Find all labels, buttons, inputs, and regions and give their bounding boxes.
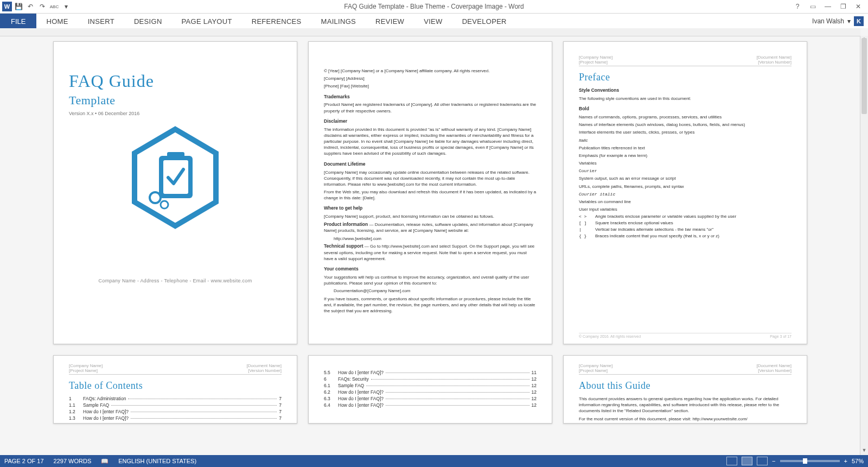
undo-icon[interactable]: ↶ <box>25 1 36 12</box>
ribbon-display-icon[interactable]: ▭ <box>806 1 819 12</box>
qat-more-icon[interactable]: ▾ <box>61 1 72 12</box>
text-comments-1: Your suggestions will help us continue t… <box>324 274 537 286</box>
tab-review[interactable]: REVIEW <box>366 14 414 29</box>
text-lifetime-1: [Company Name] may occasionally update o… <box>324 169 537 188</box>
company-contact: [Phone] [Fax] [Website] <box>324 83 537 89</box>
page-toc[interactable]: [Company Name][Project Name] [Document N… <box>53 355 297 424</box>
user-caret-icon: ▾ <box>847 17 851 25</box>
conv-courier-2: URLs, complete paths, filenames, prompts… <box>579 184 792 190</box>
conv-bold-2: Names of interface elements (such window… <box>579 122 792 128</box>
word-app-icon[interactable]: W <box>2 2 12 11</box>
company-info-line: Company Name - Address - Telephone - Ema… <box>69 278 282 283</box>
tab-mailings[interactable]: MAILINGS <box>311 14 366 29</box>
toc-row: 5.5How do I [enter FAQ]?11 <box>324 370 537 375</box>
svg-rect-2 <box>167 152 184 161</box>
status-page[interactable]: PAGE 2 OF 17 <box>4 458 44 464</box>
status-proofing-icon[interactable]: 📖 <box>101 458 108 465</box>
zoom-slider[interactable] <box>780 460 840 462</box>
prodinfo-url: http://www.[website].com <box>334 236 537 242</box>
tab-view[interactable]: VIEW <box>414 14 452 29</box>
ribbon-tabs: FILE HOME INSERT DESIGN PAGE LAYOUT REFE… <box>0 14 868 29</box>
tab-page-layout[interactable]: PAGE LAYOUT <box>172 14 242 29</box>
about-text-1: This document provides answers to genera… <box>579 396 792 414</box>
heading-lifetime: Document Lifetime <box>324 161 537 168</box>
svg-point-4 <box>150 192 161 203</box>
redo-icon[interactable]: ↷ <box>37 1 48 12</box>
close-icon[interactable]: ✕ <box>852 1 865 12</box>
vertical-scrollbar[interactable]: ▲ ▼ <box>860 36 868 455</box>
page-cover[interactable]: FAQ Guide Template Version X.x • 06 Dece… <box>53 41 297 344</box>
zoom-slider-thumb[interactable] <box>803 458 807 464</box>
view-read-mode-icon[interactable] <box>726 457 737 465</box>
doc-subtitle: Template <box>69 93 282 108</box>
text-disclaimer: The information provided in this documen… <box>324 127 537 157</box>
svg-point-5 <box>161 201 168 209</box>
symbol-row: |Vertical bar indicates alternate select… <box>579 227 792 232</box>
zoom-in-button[interactable]: + <box>844 458 847 464</box>
document-workspace: ▲ ▼ FAQ Guide Template Version X.x • 06 … <box>0 28 868 455</box>
page-about[interactable]: [Company Name][Project Name] [Document N… <box>563 355 807 424</box>
tab-insert[interactable]: INSERT <box>78 14 124 29</box>
toc-row: 1FAQs: Administration7 <box>69 396 282 401</box>
heading-comments: Your comments <box>324 266 537 273</box>
symbol-row: [ ]Square brackets enclose optional valu… <box>579 220 792 225</box>
company-address: [Company] [Address] <box>324 75 537 81</box>
user-account[interactable]: Ivan Walsh ▾ K <box>812 14 868 29</box>
conv-courier-label: Courier <box>579 168 792 174</box>
conv-courier-italic-label: Courier italic <box>579 191 792 197</box>
text-help: [Company Name] support, product, and lic… <box>324 213 537 219</box>
page-header: [Company Name][Project Name] [Document N… <box>69 363 282 375</box>
quick-access-toolbar: W 💾 ↶ ↷ ABC ▾ <box>0 1 72 12</box>
toc-row: 6.1Sample FAQ12 <box>324 383 537 388</box>
conv-italic-1: Publication titles referenced in text <box>579 145 792 151</box>
toc-row: 6.3How do I [enter FAQ]?12 <box>324 396 537 401</box>
scroll-down-icon[interactable]: ▼ <box>860 447 868 455</box>
doc-email: Documentation@[Company Name].com <box>334 288 537 294</box>
help-icon[interactable]: ? <box>791 1 804 12</box>
tab-design[interactable]: DESIGN <box>124 14 172 29</box>
status-word-count[interactable]: 2297 WORDS <box>54 458 92 464</box>
page-footer: © Company 2016. All rights reservedPage … <box>579 333 792 338</box>
toc-row: 1.1Sample FAQ7 <box>69 402 282 408</box>
status-bar: PAGE 2 OF 17 2297 WORDS 📖 ENGLISH (UNITE… <box>0 455 868 467</box>
doc-title: FAQ Guide <box>69 71 282 91</box>
conv-italic-label: Italic <box>579 137 792 143</box>
doc-version: Version X.x • 06 December 2016 <box>69 111 282 116</box>
status-language[interactable]: ENGLISH (UNITED STATES) <box>118 458 196 464</box>
cover-graphic <box>69 126 282 229</box>
prodinfo-line: Product information — Documentation, rel… <box>324 222 537 234</box>
conv-bold-1: Names of commands, options, programs, pr… <box>579 114 792 120</box>
text-comments-2: If you have issues, comments, or questio… <box>324 296 537 314</box>
file-tab[interactable]: FILE <box>0 14 36 29</box>
zoom-level[interactable]: 57% <box>852 458 864 464</box>
heading-style-conventions: Style Conventions <box>579 87 792 94</box>
conv-ci-1: Variables on command line <box>579 199 792 205</box>
tab-home[interactable]: HOME <box>36 14 78 29</box>
scroll-thumb[interactable] <box>861 38 867 114</box>
view-web-layout-icon[interactable] <box>757 457 768 465</box>
conv-italic-2: Emphasis (for example a new term) <box>579 153 792 159</box>
about-text-2: For the most current version of this doc… <box>579 416 792 422</box>
zoom-out-button[interactable]: − <box>772 458 775 464</box>
minimize-icon[interactable]: — <box>821 1 834 12</box>
toc-title: Table of Contents <box>69 380 282 392</box>
tab-developer[interactable]: DEVELOPER <box>452 14 516 29</box>
titlebar: W 💾 ↶ ↷ ABC ▾ FAQ Guide Template - Blue … <box>0 0 868 14</box>
horizontal-ruler[interactable] <box>0 28 860 36</box>
spellcheck-icon[interactable]: ABC <box>49 1 60 12</box>
tab-references[interactable]: REFERENCES <box>242 14 311 29</box>
maximize-icon[interactable]: ❐ <box>837 1 850 12</box>
conv-courier-1: System output, such as an error message … <box>579 175 792 181</box>
style-intro: The following style conventions are used… <box>579 96 792 102</box>
page-preface[interactable]: [Company Name][Project Name] [Document N… <box>563 41 807 344</box>
page-copyright[interactable]: © [Year] [Company Name] or a [Company Na… <box>308 41 552 344</box>
toc-row: 1.2How do I [enter FAQ]?7 <box>69 409 282 414</box>
text-trademarks: [Product Name] are registered trademarks… <box>324 102 537 113</box>
view-print-layout-icon[interactable] <box>742 457 752 465</box>
save-icon[interactable]: 💾 <box>13 1 24 12</box>
conv-ci-2: User input variables <box>579 206 792 212</box>
heading-help: Where to get help <box>324 205 537 212</box>
symbol-row: < >Angle brackets enclose parameter or v… <box>579 214 792 219</box>
toc-row: 6.2How do I [enter FAQ]?12 <box>324 389 537 395</box>
page-toc-cont[interactable]: 5.5How do I [enter FAQ]?11 6FAQs: Securi… <box>308 355 552 424</box>
